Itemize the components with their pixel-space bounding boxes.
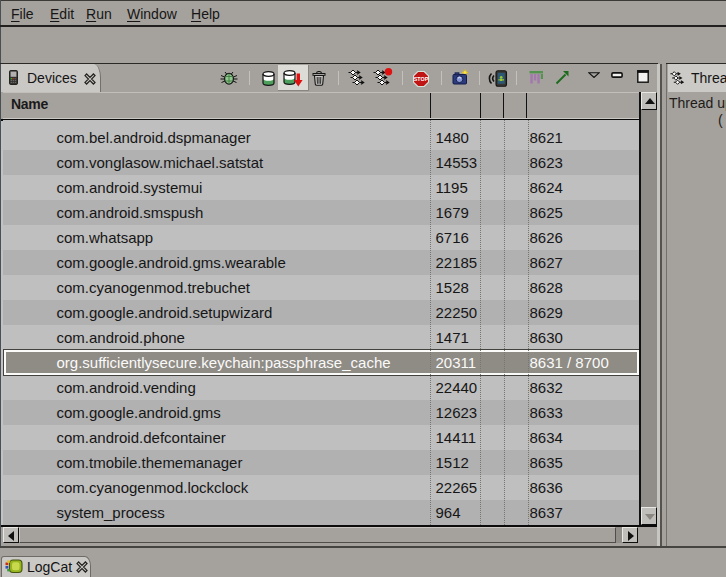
svg-text:STOP: STOP [414, 76, 429, 82]
